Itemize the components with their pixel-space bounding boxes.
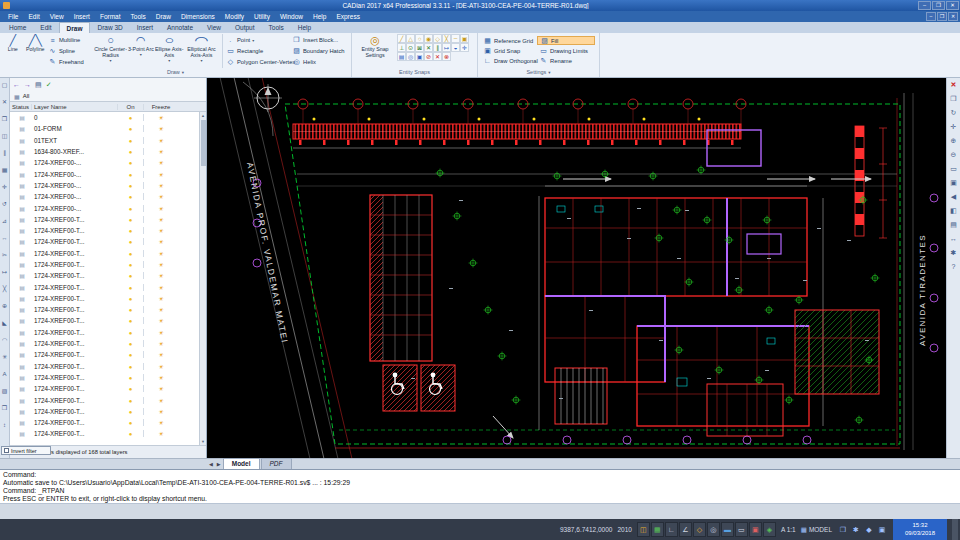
layer-on-cell[interactable]: ● [118, 317, 144, 324]
layer-on-cell[interactable]: ● [118, 385, 144, 392]
trim-tool-icon[interactable]: ✂ [2, 250, 7, 260]
sun-icon[interactable]: ☀ [158, 386, 163, 392]
layer-next-icon[interactable]: → [24, 80, 31, 90]
restore-icon[interactable]: ❐ [950, 93, 956, 104]
reference-grid-toggle[interactable]: ▦Reference Grid [481, 36, 537, 45]
ribbon-tab-help[interactable]: Help [291, 22, 318, 33]
layer-row[interactable]: ▤1724-XREF00-T...●☀ [10, 327, 199, 338]
freehand-button[interactable]: ✎Freehand [48, 57, 94, 67]
layer-on-cell[interactable]: ● [118, 306, 144, 313]
layer-states-icon[interactable]: ▤ [35, 80, 42, 90]
snap-quadrant-icon[interactable]: ◇ [433, 34, 442, 43]
layer-on-cell[interactable]: ● [118, 216, 144, 223]
menu-tools[interactable]: Tools [126, 11, 151, 22]
bulb-icon[interactable]: ● [129, 273, 133, 279]
layer-freeze-cell[interactable]: ☀ [144, 363, 178, 370]
boundary-hatch-button[interactable]: ▨Boundary Hatch [292, 46, 348, 56]
snap-mid-between-icon[interactable]: ◒ [451, 43, 460, 52]
layer-list-scrollbar[interactable]: ▲ ▼ [199, 112, 206, 445]
sun-icon[interactable]: ☀ [158, 172, 163, 178]
layer-freeze-cell[interactable]: ☀ [144, 238, 178, 245]
layer-on-cell[interactable]: ● [118, 159, 144, 166]
sun-icon[interactable]: ☀ [158, 262, 163, 268]
bulb-icon[interactable]: ● [129, 307, 133, 313]
snap-apparent-intersection-icon[interactable]: ✕ [424, 43, 433, 52]
chamfer-tool-icon[interactable]: ◣ [2, 318, 7, 328]
etrack-toggle[interactable]: ◎ [707, 522, 720, 537]
snap-from-icon[interactable]: ↦ [442, 43, 451, 52]
layer-previous-icon[interactable]: ← [13, 80, 20, 90]
layer-on-cell[interactable]: ● [118, 193, 144, 200]
three-point-arc-button[interactable]: ◠ 3-Point Arc ▾ [127, 34, 154, 68]
layer-freeze-cell[interactable]: ☀ [144, 397, 178, 404]
join-tool-icon[interactable]: ⊕ [2, 301, 7, 311]
select-tool-icon[interactable]: ▢ [2, 80, 8, 90]
layer-on-cell[interactable]: ● [118, 340, 144, 347]
layer-freeze-cell[interactable]: ☀ [144, 261, 178, 268]
sun-icon[interactable]: ☀ [158, 330, 163, 336]
drawing-limits-toggle[interactable]: ▭Drawing Limits [537, 46, 595, 55]
tab-scroll-right-icon[interactable]: ▶ [215, 461, 223, 467]
draw-orthogonal-toggle[interactable]: ∟Draw Orthogonal [481, 56, 537, 65]
layer-row[interactable]: ▤1724-XREF00-...●☀ [10, 180, 199, 191]
layer-freeze-cell[interactable]: ☀ [144, 408, 178, 415]
bulb-icon[interactable]: ● [129, 318, 133, 324]
entity-snap-settings-button[interactable]: ◎ Entity Snap Settings [355, 34, 395, 68]
spline-button[interactable]: ∿Spline [48, 46, 94, 56]
layer-freeze-cell[interactable]: ☀ [144, 205, 178, 212]
snap-toggle-icon[interactable]: ▣ [415, 52, 424, 61]
layer-row[interactable]: ▤1724-XREF00-T...●☀ [10, 259, 199, 270]
zoom-extents-icon[interactable]: ▭ [950, 163, 957, 174]
bulb-icon[interactable]: ● [129, 126, 133, 132]
doc-tab-pdf[interactable]: PDF [261, 458, 292, 469]
layer-on-cell[interactable]: ● [118, 397, 144, 404]
layer-row[interactable]: ▤1724-XREF00-T...●☀ [10, 315, 199, 326]
command-window[interactable]: Command:Automatic save to C:\Users\Usuar… [0, 469, 960, 503]
layer-row[interactable]: ▤1724-XREF00-T...●☀ [10, 338, 199, 349]
properties-icon[interactable]: ◧ [950, 205, 957, 216]
layer-freeze-cell[interactable]: ☀ [144, 250, 178, 257]
layer-freeze-cell[interactable]: ☀ [144, 295, 178, 302]
column-status[interactable]: Status [10, 104, 32, 110]
bulb-icon[interactable]: ● [129, 409, 133, 415]
annotation-scale[interactable]: A 1:1 [781, 526, 796, 533]
bulb-icon[interactable]: ● [129, 364, 133, 370]
scroll-down-icon[interactable]: ▼ [200, 438, 206, 445]
menu-draw[interactable]: Draw [151, 11, 176, 22]
break-tool-icon[interactable]: ╳ [3, 284, 7, 294]
layer-row[interactable]: ▤1724-XREF00-...●☀ [10, 191, 199, 202]
layer-row[interactable]: ▤1724-XREF00-T...●☀ [10, 248, 199, 259]
snap-toggle[interactable]: ◫ [637, 522, 650, 537]
ribbon-tab-edit[interactable]: Edit [33, 22, 58, 33]
layer-on-cell[interactable]: ● [118, 295, 144, 302]
layer-freeze-cell[interactable]: ☀ [144, 317, 178, 324]
line-button[interactable]: ╱ Line [3, 34, 23, 68]
sun-icon[interactable]: ☀ [158, 398, 163, 404]
layer-freeze-cell[interactable]: ☀ [144, 284, 178, 291]
layer-on-cell[interactable]: ● [118, 408, 144, 415]
sun-icon[interactable]: ☀ [158, 115, 163, 121]
snap-none-icon[interactable]: ⊘ [424, 52, 433, 61]
block-tool-icon[interactable]: ❒ [2, 403, 7, 413]
menu-file[interactable]: File [3, 11, 23, 22]
layer-row[interactable]: ▤1724-XREF00-T...●☀ [10, 406, 199, 417]
layer-freeze-cell[interactable]: ☀ [144, 182, 178, 189]
measure-icon[interactable]: ↔ [950, 233, 957, 244]
snap-point-filter-icon[interactable]: ✛ [460, 43, 469, 52]
layer-row[interactable]: ▤1724-XREF00-T...●☀ [10, 394, 199, 405]
layer-freeze-cell[interactable]: ☀ [144, 227, 178, 234]
fillet-tool-icon[interactable]: ◠ [2, 335, 7, 345]
bulb-icon[interactable]: ● [129, 352, 133, 358]
explode-tool-icon[interactable]: ✳ [2, 352, 7, 362]
help-icon[interactable]: ? [952, 261, 956, 272]
layer-on-cell[interactable]: ● [118, 227, 144, 234]
layer-row[interactable]: ▤1724-XREF00-T...●☀ [10, 281, 199, 292]
sun-icon[interactable]: ☀ [158, 126, 163, 132]
snap-nearest-icon[interactable]: ⊠ [415, 43, 424, 52]
layer-freeze-cell[interactable]: ☀ [144, 193, 178, 200]
layers-icon[interactable]: ▤ [950, 219, 957, 230]
sun-icon[interactable]: ☀ [158, 375, 163, 381]
minimize-button[interactable]: – [918, 1, 931, 10]
snap-node-icon[interactable]: ◉ [424, 34, 433, 43]
bulb-icon[interactable]: ● [129, 160, 133, 166]
